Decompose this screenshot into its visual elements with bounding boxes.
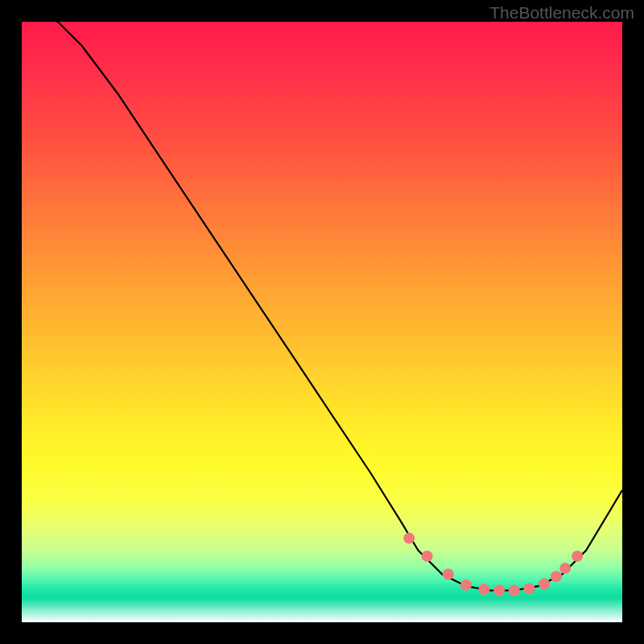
watermark-text: TheBottleneck.com (489, 3, 634, 23)
marker-dot (493, 585, 505, 597)
marker-dot (478, 584, 489, 595)
marker-dot (572, 551, 583, 562)
chart-plot-area (22, 22, 622, 622)
marker-dot (443, 568, 454, 580)
marker-dot (551, 571, 562, 582)
marker-dots (403, 533, 583, 597)
marker-dot (509, 585, 520, 597)
marker-dot (403, 533, 415, 544)
curve-line (22, 22, 622, 591)
marker-dot (460, 580, 472, 591)
chart-svg (22, 22, 622, 622)
marker-dot (559, 563, 571, 574)
marker-dot (539, 578, 550, 589)
marker-dot (422, 551, 433, 562)
marker-dot (523, 583, 535, 594)
